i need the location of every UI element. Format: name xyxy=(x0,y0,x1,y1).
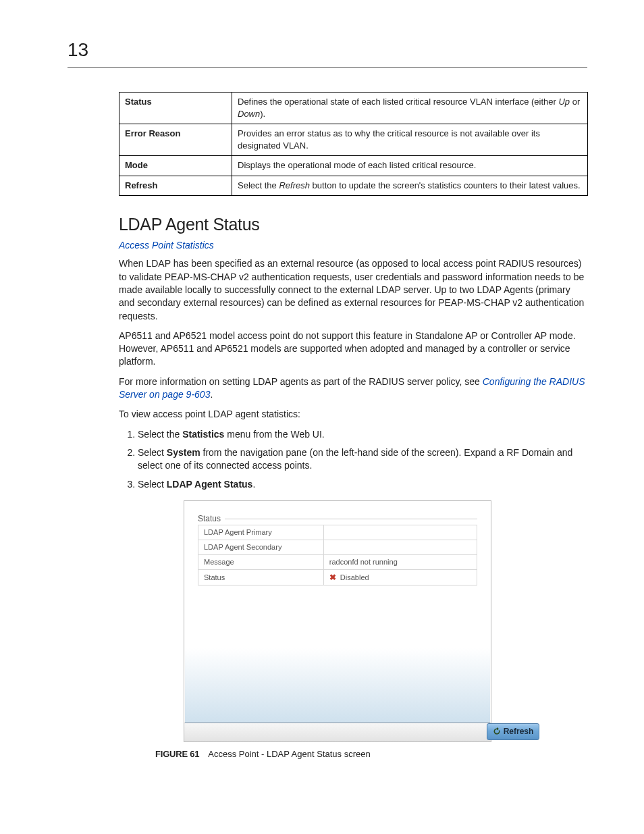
table-row: LDAP Agent Primary xyxy=(198,525,477,540)
paragraph: To view access point LDAP agent statisti… xyxy=(119,408,588,421)
list-item: Select the Statistics menu from the Web … xyxy=(138,428,588,441)
gradient-fill xyxy=(185,648,490,723)
key-cell: Message xyxy=(198,554,324,569)
paragraph: AP6511 and AP6521 model access point do … xyxy=(119,330,588,369)
italic-text: Down xyxy=(238,109,260,119)
panel-rule xyxy=(198,519,477,519)
screenshot-figure: Status LDAP Agent Primary LDAP Agent Sec… xyxy=(184,500,491,742)
text: . xyxy=(210,389,213,400)
steps-list: Select the Statistics menu from the Web … xyxy=(119,428,588,491)
text: Select xyxy=(138,447,167,458)
figure-caption: FIGURE 61 Access Point - LDAP Agent Stat… xyxy=(155,749,588,759)
ui-term: Statistics xyxy=(182,429,224,440)
table-row: LDAP Agent Secondary xyxy=(198,540,477,554)
text: Select the xyxy=(238,180,279,190)
refresh-button[interactable]: Refresh xyxy=(487,723,539,740)
disabled-x-icon: ✖ xyxy=(329,573,336,582)
ui-term: System xyxy=(167,447,200,458)
status-table: LDAP Agent Primary LDAP Agent Secondary … xyxy=(198,525,477,585)
value-cell: ✖Disabled xyxy=(323,569,477,585)
table-row: Status Defines the operational state of … xyxy=(119,93,588,124)
panel-title: Status xyxy=(198,514,225,523)
refresh-icon xyxy=(493,727,501,735)
caption-text: Access Point - LDAP Agent Status screen xyxy=(208,749,370,759)
term-cell: Status xyxy=(119,93,232,124)
value-cell xyxy=(323,540,477,554)
header-rule xyxy=(68,67,587,68)
section-heading: LDAP Agent Status xyxy=(119,215,588,234)
value-cell: radconfd not running xyxy=(323,554,477,569)
page-content: Status Defines the operational state of … xyxy=(119,92,588,759)
key-cell: LDAP Agent Secondary xyxy=(198,540,324,554)
text: ). xyxy=(260,109,265,119)
key-cell: LDAP Agent Primary xyxy=(198,525,324,540)
text: For more information on setting LDAP age… xyxy=(119,376,483,387)
table-row: Status ✖Disabled xyxy=(198,569,477,585)
text: . xyxy=(252,479,255,490)
desc-cell: Provides an error status as to why the c… xyxy=(232,124,588,156)
value-cell xyxy=(323,525,477,540)
text: menu from the Web UI. xyxy=(224,429,324,440)
table-row: Mode Displays the operational mode of ea… xyxy=(119,156,588,176)
page-number: 13 xyxy=(68,39,88,61)
desc-cell: Displays the operational mode of each li… xyxy=(232,156,588,176)
term-cell: Refresh xyxy=(119,176,232,196)
italic-text: Refresh xyxy=(279,180,310,190)
status-text: Disabled xyxy=(340,573,369,581)
italic-text: Up xyxy=(558,97,570,107)
table-row: Error Reason Provides an error status as… xyxy=(119,124,588,156)
list-item: Select LDAP Agent Status. xyxy=(138,478,588,491)
list-item: Select System from the navigation pane (… xyxy=(138,446,588,473)
refresh-label: Refresh xyxy=(504,727,534,736)
breadcrumb-link[interactable]: Access Point Statistics xyxy=(119,240,588,251)
table-row: Message radconfd not running xyxy=(198,554,477,569)
paragraph: When LDAP has been specified as an exter… xyxy=(119,257,588,323)
text: button to update the screen's statistics… xyxy=(310,180,581,190)
table-row: Refresh Select the Refresh button to upd… xyxy=(119,176,588,196)
desc-cell: Select the Refresh button to update the … xyxy=(232,176,588,196)
text: Select the xyxy=(138,429,182,440)
ui-term: LDAP Agent Status xyxy=(167,479,253,490)
caption-label: FIGURE 61 xyxy=(155,749,199,759)
text: Select xyxy=(138,479,167,490)
definition-table: Status Defines the operational state of … xyxy=(119,92,588,196)
desc-cell: Defines the operational state of each li… xyxy=(232,93,588,124)
text: or xyxy=(570,97,580,107)
figure-footer xyxy=(184,723,491,741)
term-cell: Mode xyxy=(119,156,232,176)
term-cell: Error Reason xyxy=(119,124,232,156)
text: from the navigation pane (on the left-ha… xyxy=(138,447,572,471)
text: Defines the operational state of each li… xyxy=(238,97,558,107)
paragraph: For more information on setting LDAP age… xyxy=(119,375,588,402)
key-cell: Status xyxy=(198,569,324,585)
